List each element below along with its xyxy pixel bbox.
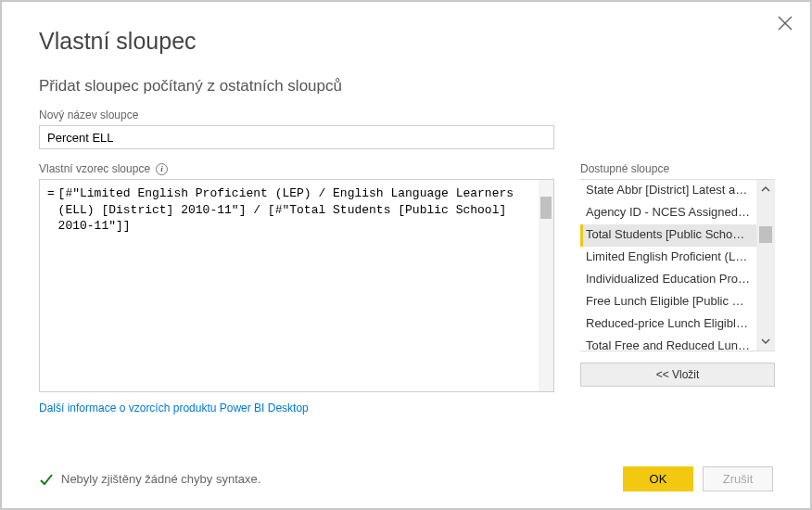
list-item[interactable]: Total Students [Public School…	[580, 224, 756, 247]
available-columns-label: Dostupné sloupce	[580, 162, 775, 175]
list-item[interactable]: Total Free and Reduced Lunc…	[580, 336, 756, 351]
ok-button[interactable]: OK	[623, 466, 693, 491]
scroll-down-arrow[interactable]	[756, 332, 775, 351]
dialog-subtitle: Přidat sloupec počítaný z ostatních slou…	[39, 77, 773, 96]
list-item[interactable]: Reduced-price Lunch Eligible…	[580, 313, 756, 336]
list-scrollbar[interactable]	[756, 180, 775, 351]
learn-more-link[interactable]: Další informace o vzorcích produktu Powe…	[39, 402, 309, 414]
list-item[interactable]: Limited English Proficient (LE…	[580, 247, 756, 269]
formula-scrollbar[interactable]	[539, 180, 553, 391]
list-item[interactable]: State Abbr [District] Latest av…	[580, 180, 756, 202]
scroll-up-arrow[interactable]	[756, 180, 775, 198]
available-columns-list[interactable]: State Abbr [District] Latest av…Agency I…	[580, 179, 775, 351]
insert-button[interactable]: << Vložit	[580, 363, 775, 387]
formula-text: [#"Limited English Proficient (LEP) / En…	[58, 185, 546, 386]
formula-label: Vlastní vzorec sloupce	[39, 162, 150, 175]
formula-prefix: =	[47, 185, 58, 386]
list-item[interactable]: Free Lunch Eligible [Public Sc…	[580, 291, 756, 313]
check-icon	[39, 472, 54, 487]
close-button[interactable]	[777, 15, 793, 32]
new-column-input[interactable]	[39, 125, 554, 149]
formula-input[interactable]: = [#"Limited English Proficient (LEP) / …	[39, 179, 554, 392]
status-text: Nebyly zjištěny žádné chyby syntaxe.	[61, 472, 260, 486]
list-item[interactable]: Individualized Education Prog…	[580, 269, 756, 291]
info-icon[interactable]: i	[156, 163, 168, 175]
dialog-title: Vlastní sloupec	[39, 28, 773, 55]
new-column-label: Nový název sloupce	[39, 108, 773, 121]
list-item[interactable]: Agency ID - NCES Assigned […	[580, 202, 756, 224]
cancel-button[interactable]: Zrušit	[703, 466, 773, 491]
